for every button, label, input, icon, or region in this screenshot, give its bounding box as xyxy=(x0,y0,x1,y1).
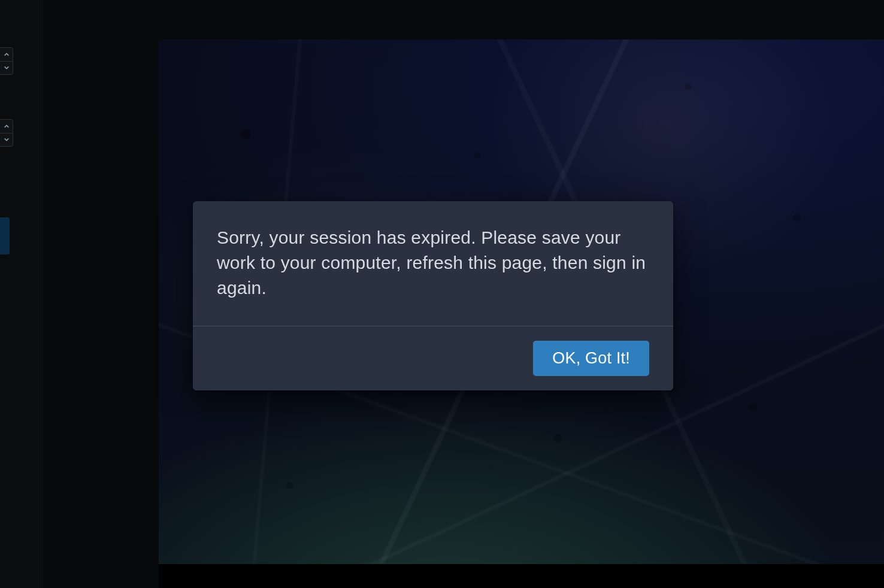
dialog-body: Sorry, your session has expired. Please … xyxy=(193,201,673,326)
dialog-footer: OK, Got It! xyxy=(193,326,673,390)
ok-got-it-button[interactable]: OK, Got It! xyxy=(533,341,649,376)
stepper-up-button[interactable] xyxy=(0,120,13,133)
stepper-down-button[interactable] xyxy=(0,62,13,75)
stepper-up-button[interactable] xyxy=(0,48,13,61)
chevron-down-icon xyxy=(4,62,10,73)
numeric-stepper-1 xyxy=(0,47,13,75)
session-expired-dialog: Sorry, your session has expired. Please … xyxy=(193,201,673,390)
numeric-stepper-2 xyxy=(0,119,13,147)
dialog-message: Sorry, your session has expired. Please … xyxy=(217,225,649,301)
chevron-down-icon xyxy=(4,134,10,145)
chevron-up-icon xyxy=(4,49,10,60)
left-gutter xyxy=(43,0,159,588)
left-sidebar xyxy=(0,0,43,588)
selected-tool-indicator[interactable] xyxy=(0,217,10,254)
chevron-up-icon xyxy=(4,121,10,132)
stepper-down-button[interactable] xyxy=(0,134,13,147)
top-margin xyxy=(159,0,884,40)
